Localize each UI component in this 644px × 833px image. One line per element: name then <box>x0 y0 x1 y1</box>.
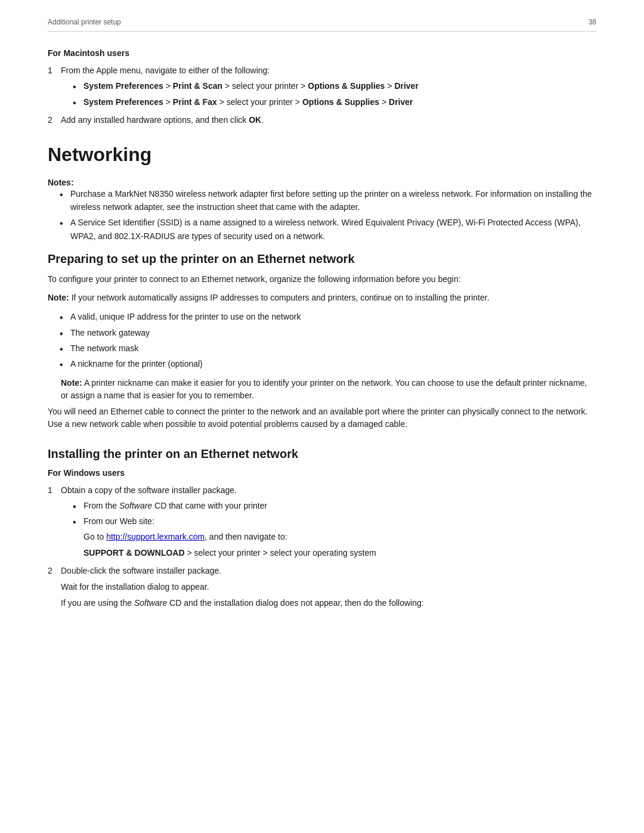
mac-b1-options: Options & Supplies <box>308 81 385 91</box>
win-goto-text: Go to <box>83 532 106 541</box>
win-step-1: 1 Obtain a copy of the software installe… <box>48 484 596 559</box>
mac-b1-driver: Driver <box>394 81 418 91</box>
prep-note2-label: Note: <box>61 378 82 388</box>
notes-label: Notes: <box>48 178 596 187</box>
mac-b2-driver: Driver <box>389 97 413 107</box>
win-b1-end: CD that came with your printer <box>152 501 267 510</box>
mac-step2-text: Add any installed hardware options, and … <box>61 115 249 125</box>
win-b1-from: From the <box>83 501 119 510</box>
windows-title: For Windows users <box>48 468 596 478</box>
macintosh-steps: 1 From the Apple menu, navigate to eithe… <box>48 64 596 127</box>
mac-b2-sys-pref: System Preferences <box>83 97 163 107</box>
win-step1-text: Obtain a copy of the software installer … <box>61 485 237 495</box>
mac-b2-print-fax: Print & Fax <box>173 97 217 107</box>
ethernet-prep-note: Note: If your network automatically assi… <box>48 292 596 304</box>
win-link-end: , and then navigate to: <box>205 532 287 541</box>
win-step1-bullets: From the Software CD that came with your… <box>73 499 596 559</box>
mac-b1-sys-pref: System Preferences <box>83 81 163 91</box>
win-step2-text: Double-click the software installer pack… <box>61 566 221 575</box>
prep-note2-block: Note: A printer nickname can make it eas… <box>61 377 596 402</box>
win-step-2: 2 Double-click the software installer pa… <box>48 564 596 609</box>
win-software-italic: Software <box>134 598 167 608</box>
ethernet-prep-title: Preparing to set up the printer on an Et… <box>48 252 596 266</box>
ethernet-prep-note-text: If your network automatically assigns IP… <box>69 293 490 302</box>
mac-step-1: 1 From the Apple menu, navigate to eithe… <box>48 64 596 109</box>
win-step2-note2: If you are using the Software CD and the… <box>61 597 596 609</box>
header-label: Additional printer setup <box>48 18 121 26</box>
win-if-using: If you are using the <box>61 598 134 608</box>
ethernet-prep-section: Preparing to set up the printer on an Et… <box>48 252 596 431</box>
mac-bullet-1: System Preferences > Print & Scan > sele… <box>73 79 596 92</box>
ethernet-prep-bullets: A valid, unique IP address for the print… <box>60 310 596 371</box>
mac-step-2: 2 Add any installed hardware options, an… <box>48 113 596 126</box>
networking-notes: Purchase a MarkNet N8350 wireless networ… <box>60 187 596 243</box>
win-support-end: > select your printer > select your oper… <box>185 548 376 558</box>
win-step2-note1: Wait for the installation dialog to appe… <box>61 581 596 593</box>
windows-steps: 1 Obtain a copy of the software installe… <box>48 484 596 610</box>
win-wait-text: Wait for the installation dialog to appe… <box>61 582 209 592</box>
win-support-block: SUPPORT & DOWNLOAD > select your printer… <box>83 547 596 559</box>
networking-section: Networking Notes: Purchase a MarkNet N83… <box>48 144 596 610</box>
notes-section: Notes: Purchase a MarkNet N8350 wireless… <box>48 178 596 243</box>
mac-b1-print-scan: Print & Scan <box>173 81 222 91</box>
win-if-end: CD and the installation dialog does not … <box>167 598 423 608</box>
networking-title: Networking <box>48 144 596 166</box>
win-b2-web: From our Web site: <box>83 516 154 526</box>
networking-note-2: A Service Set Identifier (SSID) is a nam… <box>60 216 596 243</box>
prep-bullet-1: A valid, unique IP address for the print… <box>60 310 596 323</box>
ethernet-install-title: Installing the printer on an Ethernet ne… <box>48 447 596 461</box>
mac-b2-options: Options & Supplies <box>302 97 379 107</box>
win-b1-italic: Software <box>119 501 152 510</box>
prep-note2-text: A printer nickname can make it easier fo… <box>61 378 587 400</box>
win-support-bold: SUPPORT & DOWNLOAD <box>83 548 185 558</box>
page-number: 38 <box>589 18 596 26</box>
win-bullet-2: From our Web site: Go to http://support.… <box>73 515 596 559</box>
win-bullet-1: From the Software CD that came with your… <box>73 499 596 512</box>
page: Additional printer setup 38 For Macintos… <box>0 0 644 833</box>
prep-bullet-2: The network gateway <box>60 326 596 339</box>
prep-bullet-3: The network mask <box>60 342 596 355</box>
mac-step2-end: . <box>261 115 264 125</box>
macintosh-title: For Macintosh users <box>48 48 596 58</box>
mac-step1-text: From the Apple menu, navigate to either … <box>61 66 270 75</box>
macintosh-section: For Macintosh users 1 From the Apple men… <box>48 48 596 127</box>
win-website-block: Go to http://support.lexmark.com, and th… <box>83 531 596 543</box>
header-bar: Additional printer setup 38 <box>48 18 596 32</box>
ethernet-install-section: Installing the printer on an Ethernet ne… <box>48 447 596 610</box>
mac-step1-bullets: System Preferences > Print & Scan > sele… <box>73 79 596 109</box>
lexmark-link[interactable]: http://support.lexmark.com <box>106 532 205 541</box>
mac-bullet-2: System Preferences > Print & Fax > selec… <box>73 95 596 109</box>
prep-bullet-4: A nickname for the printer (optional) <box>60 357 596 370</box>
ethernet-prep-note-label: Note: <box>48 293 69 302</box>
ethernet-prep-intro: To configure your printer to connect to … <box>48 273 596 286</box>
mac-step2-ok: OK <box>249 115 261 125</box>
networking-note-1: Purchase a MarkNet N8350 wireless networ… <box>60 187 596 214</box>
ethernet-prep-closing: You will need an Ethernet cable to conne… <box>48 405 596 431</box>
